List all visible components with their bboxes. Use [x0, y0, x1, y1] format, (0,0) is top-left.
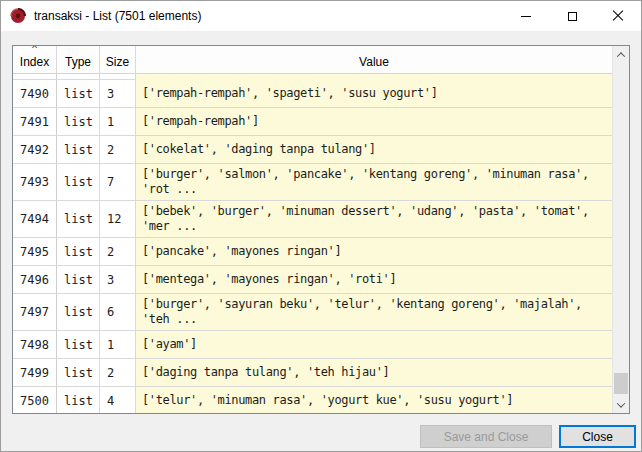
table-row[interactable]: 7500 list 4 ['telur', 'minuman rasa', 'y…	[13, 387, 612, 413]
vertical-scrollbar[interactable]	[612, 46, 629, 413]
row-index-cell[interactable]: 7490	[13, 80, 57, 107]
row-type-cell: list	[57, 108, 100, 135]
header-index-label: Index	[20, 55, 49, 69]
table-row[interactable]: 7498 list 1 ['ayam']	[13, 331, 612, 359]
close-icon	[612, 10, 624, 22]
table-row[interactable]: 7496 list 3 ['mentega', 'mayones ringan'…	[13, 266, 612, 294]
table-row[interactable]: 7493 list 7 ['burger', 'salmon', 'pancak…	[13, 164, 612, 201]
table-row[interactable]: 7492 list 2 ['cokelat', 'daging tanpa tu…	[13, 136, 612, 164]
window-title: transaksi - List (7501 elements)	[34, 9, 201, 23]
list-table: ^ Index Type Size Value	[12, 45, 630, 414]
row-type-cell: list	[57, 238, 100, 265]
scroll-up-button[interactable]	[613, 46, 629, 63]
row-size-cell: 1	[100, 331, 136, 358]
close-window-button[interactable]	[595, 1, 641, 31]
chevron-down-icon	[617, 399, 625, 407]
row-value-cell[interactable]: ['daging tanpa tulang', 'teh hijau']	[136, 359, 612, 386]
sort-ascending-icon: ^	[31, 46, 37, 55]
row-size-cell: 3	[100, 80, 136, 107]
chevron-up-icon	[617, 52, 625, 60]
row-value-cell[interactable]: ['cokelat', 'daging tanpa tulang']	[136, 136, 612, 163]
row-index-cell[interactable]: 7494	[13, 201, 57, 237]
row-value-cell[interactable]: ['rempah-rempah']	[136, 108, 612, 135]
row-size-cell: 3	[100, 266, 136, 293]
row-index-cell[interactable]: 7492	[13, 136, 57, 163]
minimize-icon	[521, 16, 531, 17]
row-value-cell[interactable]: ['burger', 'salmon', 'pancake', 'kentang…	[136, 164, 612, 200]
row-type-cell: list	[57, 387, 100, 413]
row-size-cell: 2	[100, 238, 136, 265]
row-type-cell: list	[57, 136, 100, 163]
table-row[interactable]: 7491 list 1 ['rempah-rempah']	[13, 108, 612, 136]
row-type-cell: list	[57, 80, 100, 107]
header-type[interactable]: Type	[57, 46, 100, 73]
row-index-cell[interactable]: 7498	[13, 331, 57, 358]
row-type-cell: list	[57, 294, 100, 330]
close-button[interactable]: Close	[559, 425, 636, 448]
row-size-cell: 1	[100, 108, 136, 135]
header-size-label: Size	[106, 55, 129, 69]
maximize-button[interactable]	[549, 1, 595, 31]
list-editor-window: transaksi - List (7501 elements) ^ Index	[0, 0, 642, 452]
row-size-cell: 2	[100, 359, 136, 386]
row-size-cell: 7	[100, 164, 136, 200]
table-header-row: ^ Index Type Size Value	[13, 46, 612, 74]
row-value-cell[interactable]: ['mentega', 'mayones ringan', 'roti']	[136, 266, 612, 293]
row-value-cell[interactable]: ['rempah-rempah', 'spageti', 'susu yogur…	[136, 80, 612, 107]
minimize-button[interactable]	[503, 1, 549, 31]
maximize-icon	[568, 12, 577, 21]
row-index-cell[interactable]: 7500	[13, 387, 57, 413]
row-size-cell: 6	[100, 294, 136, 330]
row-size-cell: 2	[100, 136, 136, 163]
table-row[interactable]: 7497 list 6 ['burger', 'sayuran beku', '…	[13, 294, 612, 331]
row-size-cell: 12	[100, 201, 136, 237]
table-row[interactable]: 7499 list 2 ['daging tanpa tulang', 'teh…	[13, 359, 612, 387]
row-index-cell[interactable]: 7496	[13, 266, 57, 293]
row-type-cell: list	[57, 331, 100, 358]
titlebar: transaksi - List (7501 elements)	[1, 1, 641, 31]
row-size-cell: 4	[100, 387, 136, 413]
header-value[interactable]: Value	[136, 46, 612, 73]
row-type-cell: list	[57, 201, 100, 237]
row-value-cell[interactable]: ['burger', 'sayuran beku', 'telur', 'ken…	[136, 294, 612, 330]
scrollbar-thumb[interactable]	[614, 373, 628, 394]
table-row[interactable]: 7495 list 2 ['pancake', 'mayones ringan'…	[13, 238, 612, 266]
header-type-label: Type	[65, 55, 91, 69]
scroll-down-button[interactable]	[613, 396, 629, 413]
row-type-cell: list	[57, 266, 100, 293]
spyder-app-icon	[10, 8, 26, 24]
row-value-cell[interactable]: ['pancake', 'mayones ringan']	[136, 238, 612, 265]
row-index-cell[interactable]: 7499	[13, 359, 57, 386]
row-index-cell[interactable]: 7491	[13, 108, 57, 135]
caption-buttons	[503, 1, 641, 31]
row-value-cell[interactable]: ['telur', 'minuman rasa', 'yogurt kue', …	[136, 387, 612, 413]
table-row[interactable]: 7494 list 12 ['bebek', 'burger', 'minuma…	[13, 201, 612, 238]
row-value-cell[interactable]: ['bebek', 'burger', 'minuman dessert', '…	[136, 201, 612, 237]
table-row[interactable]: 7490 list 3 ['rempah-rempah', 'spageti',…	[13, 80, 612, 108]
header-value-label: Value	[359, 55, 389, 69]
header-index[interactable]: ^ Index	[13, 46, 57, 73]
rows-container: 7490 list 3 ['rempah-rempah', 'spageti',…	[13, 80, 612, 413]
row-index-cell[interactable]: 7497	[13, 294, 57, 330]
table-grid: ^ Index Type Size Value	[13, 46, 612, 413]
dialog-body: ^ Index Type Size Value	[1, 31, 641, 451]
row-value-cell[interactable]: ['ayam']	[136, 331, 612, 358]
save-and-close-button[interactable]: Save and Close	[420, 425, 552, 448]
row-type-cell: list	[57, 359, 100, 386]
row-type-cell: list	[57, 164, 100, 200]
row-index-cell[interactable]: 7495	[13, 238, 57, 265]
header-size[interactable]: Size	[100, 46, 136, 73]
row-index-cell[interactable]: 7493	[13, 164, 57, 200]
